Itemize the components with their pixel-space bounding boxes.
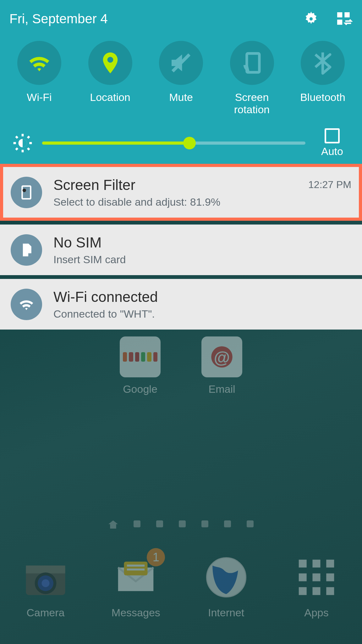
svg-rect-34 (299, 574, 307, 581)
svg-rect-4 (337, 19, 342, 25)
notification-wifi-connected[interactable]: Wi-Fi connected Connected to "WHT". (0, 279, 362, 330)
svg-rect-22 (26, 566, 65, 574)
app-label: Google (123, 383, 157, 395)
dock: Camera 1 Messages Internet (13, 554, 349, 631)
screen-filter-icon (11, 177, 42, 208)
app-messages[interactable]: 1 Messages (109, 554, 162, 619)
folder-icon (120, 336, 161, 377)
svg-line-16 (28, 136, 29, 138)
toggle-mute-label: Mute (169, 91, 193, 103)
svg-rect-3 (344, 12, 349, 17)
app-label: Internet (208, 607, 244, 619)
quick-settings-panel: Fri, September 4 Wi-Fi (0, 0, 362, 164)
notification-no-sim[interactable]: No SIM Insert SIM card (0, 225, 362, 275)
toggle-wifi-label: Wi-Fi (27, 91, 52, 103)
app-label: Messages (112, 607, 160, 619)
mute-icon (168, 50, 194, 75)
svg-point-25 (42, 579, 50, 587)
notification-time: 12:27 PM (308, 179, 351, 191)
toggle-bluetooth[interactable]: Bluetooth (293, 41, 353, 116)
app-label: Camera (27, 607, 65, 619)
svg-rect-37 (299, 587, 307, 595)
bluetooth-icon (310, 50, 335, 75)
gear-icon (302, 10, 320, 28)
svg-rect-32 (312, 560, 320, 568)
page-dot-home[interactable] (108, 520, 118, 529)
apps-grid-icon (293, 554, 340, 601)
svg-line-15 (16, 148, 18, 150)
svg-rect-39 (326, 587, 334, 595)
svg-rect-31 (299, 560, 307, 568)
auto-brightness-toggle[interactable]: Auto (315, 128, 349, 158)
notifications-list: Screen Filter Select to disable and adju… (0, 164, 362, 330)
svg-line-14 (28, 148, 29, 150)
quick-toggles-row: Wi-Fi Location Mute Screen rotation (9, 41, 353, 116)
svg-rect-36 (326, 574, 334, 581)
svg-point-18 (23, 188, 26, 192)
sim-icon (11, 234, 42, 266)
brightness-slider[interactable] (42, 142, 305, 145)
svg-rect-2 (337, 12, 342, 17)
app-camera[interactable]: Camera (19, 554, 72, 619)
wifi-connected-icon (11, 289, 42, 320)
svg-line-13 (16, 136, 18, 138)
app-google-folder[interactable]: Google (113, 336, 167, 395)
notification-title: No SIM (53, 234, 351, 251)
svg-rect-33 (326, 560, 334, 568)
svg-rect-38 (312, 587, 320, 595)
notification-subtitle: Connected to "WHT". (53, 308, 351, 320)
svg-rect-17 (22, 186, 31, 199)
settings-button[interactable] (302, 10, 320, 28)
auto-brightness-label: Auto (321, 145, 343, 158)
badge-count: 1 (147, 548, 165, 566)
panel-toggle-button[interactable] (335, 10, 353, 28)
toggle-screen-rotation[interactable]: Screen rotation (222, 41, 282, 116)
date-label: Fri, September 4 (9, 11, 108, 26)
checkbox-icon (325, 128, 340, 143)
page-dot[interactable] (247, 520, 254, 527)
notification-subtitle: Select to disable and adjust: 81.9% (53, 196, 297, 208)
toggle-location-label: Location (90, 91, 130, 103)
screen-rotation-icon (239, 50, 265, 75)
brightness-row: Auto (9, 128, 353, 161)
wifi-icon (27, 50, 52, 75)
toggle-mute[interactable]: Mute (151, 41, 211, 116)
globe-icon (203, 554, 250, 601)
brightness-thumb[interactable] (183, 137, 196, 149)
notification-subtitle: Insert SIM card (53, 253, 351, 266)
app-email[interactable]: @ Email (195, 336, 249, 395)
status-topbar: Fri, September 4 (9, 6, 353, 31)
camera-icon (22, 554, 69, 601)
svg-point-5 (107, 57, 113, 63)
location-icon (98, 50, 123, 75)
toggle-location[interactable]: Location (80, 41, 140, 116)
page-indicator[interactable] (13, 520, 349, 529)
notification-title: Screen Filter (53, 176, 297, 193)
notification-screen-filter[interactable]: Screen Filter Select to disable and adju… (0, 164, 362, 221)
app-drawer[interactable]: Apps (290, 554, 343, 619)
email-icon: @ (201, 336, 242, 377)
app-label: Email (208, 383, 235, 395)
grid-switch-icon (335, 10, 353, 28)
toggle-bluetooth-label: Bluetooth (300, 91, 345, 103)
toggle-screen-rotation-label: Screen rotation (234, 91, 270, 116)
app-internet[interactable]: Internet (200, 554, 253, 619)
page-dot[interactable] (179, 520, 186, 527)
brightness-icon (13, 133, 33, 153)
app-label: Apps (304, 607, 329, 619)
messages-icon: 1 (112, 554, 159, 601)
page-dot[interactable] (156, 520, 163, 527)
svg-point-1 (309, 17, 314, 21)
svg-rect-35 (312, 574, 320, 581)
toggle-wifi[interactable]: Wi-Fi (9, 41, 69, 116)
page-dot[interactable] (224, 520, 231, 527)
svg-text:@: @ (214, 348, 230, 366)
notification-title: Wi-Fi connected (53, 288, 351, 305)
home-screen-background: Google @ Email Camera (0, 333, 362, 644)
page-dot[interactable] (134, 520, 140, 527)
page-dot[interactable] (201, 520, 208, 527)
